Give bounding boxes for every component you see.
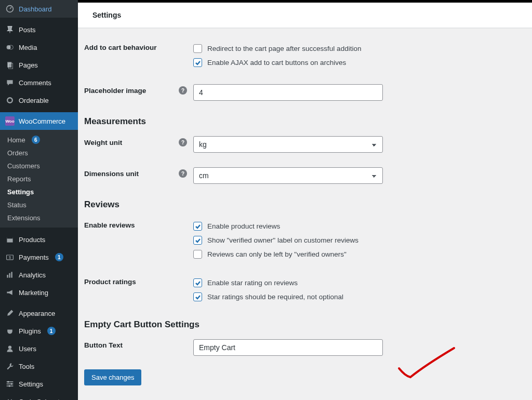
sidebar-item-plugins[interactable]: Plugins 1 (0, 322, 78, 340)
sidebar-item-media[interactable]: Media (0, 38, 78, 56)
help-icon[interactable]: ? (179, 169, 187, 178)
count-badge: 6 (32, 136, 40, 144)
button-text-input[interactable] (193, 339, 383, 356)
page-icon (5, 60, 15, 70)
plug-icon (5, 326, 15, 336)
option-redirect-to-cart[interactable]: Redirect to the cart page after successf… (193, 42, 517, 56)
svg-rect-3 (7, 62, 11, 67)
option-verified-owner-label[interactable]: Show "verified owner" label on customer … (193, 233, 517, 247)
option-label: Reviews can only be left by "verified ow… (207, 250, 347, 258)
comment-icon (5, 78, 15, 87)
option-verified-owners-only[interactable]: Reviews can only be left by "verified ow… (193, 247, 517, 261)
submenu-item-reports[interactable]: Reports (0, 172, 78, 185)
checkbox-icon (193, 250, 202, 259)
svg-rect-7 (7, 237, 12, 238)
option-label: Show "verified owner" label on customer … (207, 236, 358, 244)
sidebar-item-label: Dashboard (19, 5, 52, 13)
svg-point-5 (7, 98, 12, 103)
woocommerce-submenu: Home 6 Orders Customers Reports Settings… (0, 130, 78, 228)
option-enable-product-reviews[interactable]: Enable product reviews (193, 219, 517, 233)
svg-point-1 (7, 45, 11, 49)
svg-rect-11 (9, 273, 10, 278)
sidebar-item-label: Users (19, 345, 36, 353)
placeholder-image-input[interactable] (193, 84, 383, 101)
submenu-item-label: Reports (7, 175, 31, 183)
submenu-item-extensions[interactable]: Extensions (0, 211, 78, 224)
section-measurements: Measurements (84, 108, 517, 129)
save-changes-button[interactable]: Save changes (84, 369, 141, 385)
option-enable-ajax[interactable]: Enable AJAX add to cart buttons on archi… (193, 56, 517, 70)
help-icon[interactable]: ? (179, 86, 187, 95)
sidebar-item-orderable[interactable]: Orderable (0, 91, 78, 109)
checkbox-icon (193, 58, 202, 67)
checkbox-icon (193, 44, 202, 53)
woo-icon: Woo (5, 116, 15, 126)
sidebar-item-comments[interactable]: Comments (0, 74, 78, 91)
field-label: Placeholder image (84, 87, 179, 95)
sidebar-item-woocommerce[interactable]: Woo WooCommerce (0, 112, 78, 130)
sidebar-item-label: Pages (19, 61, 38, 69)
brush-icon (5, 309, 15, 318)
sidebar-item-code-snippets[interactable]: Code Snippets (0, 393, 78, 400)
dimensions-unit-select[interactable]: cm (193, 167, 383, 184)
ring-icon (5, 96, 15, 105)
sidebar-item-pages[interactable]: Pages (0, 56, 78, 74)
user-icon (5, 344, 15, 353)
sidebar-item-label: WooCommerce (19, 117, 65, 125)
section-empty-cart-button: Empty Cart Button Settings (84, 311, 517, 332)
page-title: Settings (92, 11, 121, 19)
option-label: Redirect to the cart page after successf… (207, 45, 361, 52)
sidebar-item-label: Code Snippets (19, 398, 63, 401)
row-add-to-cart-behaviour: Add to cart behaviour Redirect to the ca… (84, 34, 517, 77)
svg-point-18 (11, 383, 12, 384)
svg-rect-12 (11, 272, 12, 277)
main-panel: Settings Add to cart behaviour Redirect … (78, 0, 532, 400)
help-icon[interactable]: ? (179, 138, 187, 146)
sidebar-item-settings[interactable]: Settings (0, 375, 78, 393)
sidebar-item-users[interactable]: Users (0, 340, 78, 357)
sidebar-item-label: Orderable (19, 97, 49, 104)
sidebar-item-label: Comments (19, 79, 51, 87)
box-icon (5, 235, 15, 244)
submenu-item-status[interactable]: Status (0, 198, 78, 211)
svg-point-19 (9, 385, 10, 386)
row-button-text: Button Text (84, 332, 517, 363)
checkbox-icon (193, 292, 202, 301)
svg-point-13 (8, 345, 11, 349)
sidebar-item-posts[interactable]: Posts (0, 21, 78, 38)
chart-icon (5, 270, 15, 279)
sidebar-item-payments[interactable]: $ Payments 1 (0, 248, 78, 266)
admin-sidebar: Dashboard Posts Media Pages Comments Ord… (0, 0, 78, 400)
count-badge: 1 (47, 327, 56, 335)
sidebar-item-appearance[interactable]: Appearance (0, 304, 78, 322)
section-reviews: Reviews (84, 191, 517, 212)
sidebar-item-analytics[interactable]: Analytics (0, 266, 78, 284)
code-icon (5, 397, 15, 400)
submenu-item-orders[interactable]: Orders (0, 146, 78, 159)
weight-unit-select[interactable]: kg (193, 136, 383, 153)
submenu-item-settings[interactable]: Settings (0, 185, 78, 198)
svg-text:$: $ (9, 255, 11, 260)
field-label: Weight unit (84, 139, 179, 146)
wrench-icon (5, 362, 15, 371)
field-label: Enable reviews (84, 219, 193, 229)
sidebar-item-products[interactable]: Products (0, 231, 78, 248)
sidebar-item-label: Appearance (19, 310, 55, 317)
submenu-item-home[interactable]: Home 6 (0, 133, 78, 146)
sidebar-item-dashboard[interactable]: Dashboard (0, 0, 78, 18)
count-badge: 1 (55, 253, 63, 261)
option-enable-star-rating[interactable]: Enable star rating on reviews (193, 276, 517, 290)
sidebar-item-label: Marketing (19, 289, 48, 297)
submenu-item-label: Orders (7, 149, 28, 157)
checkbox-icon (193, 278, 202, 287)
sidebar-item-label: Posts (19, 26, 36, 34)
sidebar-item-tools[interactable]: Tools (0, 357, 78, 375)
sidebar-item-label: Payments (19, 254, 49, 261)
submenu-item-label: Customers (7, 162, 40, 170)
submenu-item-customers[interactable]: Customers (0, 159, 78, 172)
row-dimensions-unit: Dimensions unit ? cm (84, 160, 517, 191)
sidebar-item-marketing[interactable]: Marketing (0, 284, 78, 301)
field-label: Dimensions unit (84, 170, 179, 178)
option-star-required[interactable]: Star ratings should be required, not opt… (193, 290, 517, 304)
media-icon (5, 43, 15, 52)
